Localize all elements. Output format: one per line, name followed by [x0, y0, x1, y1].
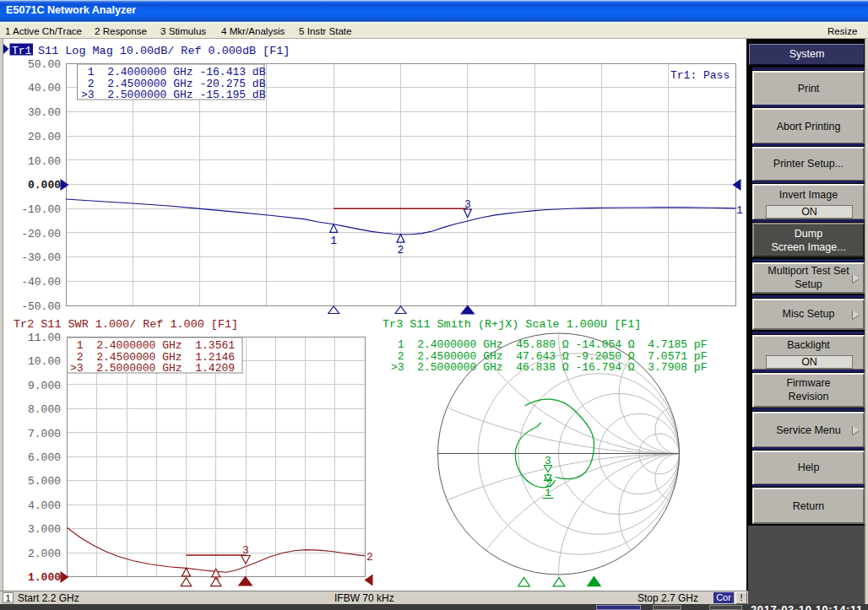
svg-text:>3 2.5000000 GHz 1.4209: >3 2.5000000 GHz 1.4209 [70, 362, 235, 375]
svg-text:2.000: 2.000 [28, 548, 61, 560]
svg-text:7.000: 7.000 [28, 428, 61, 440]
svg-text:10.00: 10.00 [28, 355, 61, 368]
svg-text:20.00: 20.00 [28, 131, 61, 143]
svg-text:3: 3 [545, 455, 551, 467]
svg-text:>3 2.5000000 GHz -15.195 dB: >3 2.5000000 GHz -15.195 dB [81, 89, 266, 101]
svg-text:Tr3 S11 Smith (R+jX) Scale 1.0: Tr3 S11 Smith (R+jX) Scale 1.000U [F1] [382, 318, 641, 331]
svg-text:0.000: 0.000 [28, 179, 61, 192]
svg-text:1: 1 [545, 487, 551, 499]
svg-text:3: 3 [242, 544, 249, 557]
svg-text:1: 1 [330, 235, 337, 247]
svg-text:1.000: 1.000 [28, 571, 61, 584]
svg-text:S11 Log Mag 10.00dB/ Ref 0.000: S11 Log Mag 10.00dB/ Ref 0.000dB [F1] [38, 45, 290, 57]
svg-text:-10.00: -10.00 [21, 203, 61, 216]
svg-text:10.00: 10.00 [28, 155, 61, 168]
svg-text:8.000: 8.000 [28, 403, 61, 416]
svg-text:50.00: 50.00 [28, 58, 61, 71]
svg-text:5.000: 5.000 [28, 475, 61, 488]
svg-text:2: 2 [398, 244, 404, 256]
svg-text:-40.00: -40.00 [21, 276, 61, 289]
svg-text:Tr1: Tr1 [12, 45, 32, 57]
svg-text:4.000: 4.000 [28, 499, 61, 512]
svg-text:3: 3 [464, 198, 471, 211]
svg-text:9.000: 9.000 [28, 380, 61, 392]
svg-text:-50.00: -50.00 [21, 300, 61, 313]
svg-text:Tr2 S11 SWR 1.000/ Ref 1.000 [: Tr2 S11 SWR 1.000/ Ref 1.000 [F1] [14, 318, 238, 331]
svg-text:>3 2.5000000 GHz 46.838 Ω -1: >3 2.5000000 GHz 46.838 Ω -16.794 Ω 3.79… [391, 361, 707, 374]
svg-text:11.00: 11.00 [28, 332, 61, 344]
svg-text:30.00: 30.00 [28, 106, 61, 119]
svg-text:3.000: 3.000 [28, 523, 61, 536]
svg-text:1: 1 [736, 204, 743, 217]
svg-text:6.000: 6.000 [28, 451, 61, 464]
svg-text:2: 2 [366, 551, 373, 564]
svg-text:-20.00: -20.00 [21, 228, 61, 240]
svg-text:Tr1: Pass: Tr1: Pass [670, 69, 730, 82]
svg-text:-30.00: -30.00 [21, 251, 61, 264]
svg-text:40.00: 40.00 [28, 82, 61, 94]
